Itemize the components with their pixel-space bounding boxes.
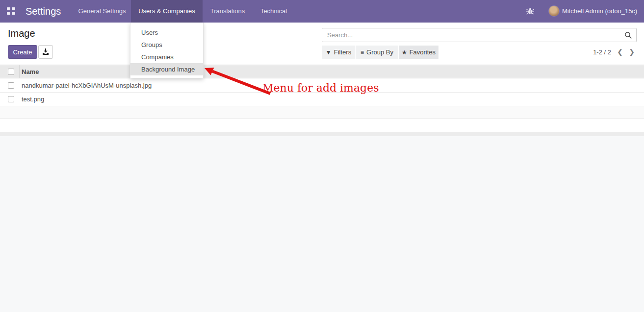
user-avatar[interactable]	[548, 5, 560, 17]
select-all-checkbox[interactable]	[8, 69, 14, 75]
search-icon[interactable]	[624, 31, 632, 39]
debug-bug-icon[interactable]	[526, 7, 535, 15]
users-companies-dropdown: Users Groups Companies Background Image	[130, 23, 204, 78]
apps-grid-square	[12, 12, 15, 15]
header-checkbox-cell	[0, 65, 20, 78]
menu-general-settings[interactable]: General Settings	[75, 0, 129, 23]
row-name-cell: test.png	[22, 93, 44, 106]
favorites-button[interactable]: ★Favorites	[399, 46, 438, 59]
dropdown-item-users[interactable]: Users	[130, 26, 203, 39]
empty-row	[0, 106, 644, 119]
group-by-button[interactable]: ≡Group By	[356, 46, 398, 59]
favorites-star-icon: ★	[402, 49, 407, 56]
group-by-bars-icon: ≡	[361, 49, 364, 56]
import-download-icon	[42, 48, 49, 55]
search-box	[322, 28, 637, 42]
row-checkbox[interactable]	[8, 82, 14, 89]
page: Settings General Settings Users & Compan…	[0, 0, 644, 312]
menu-users-companies[interactable]: Users & Companies	[131, 0, 203, 23]
group-by-label: Group By	[366, 48, 393, 56]
table-row[interactable]: test.png	[0, 93, 644, 106]
content-bottom-edge	[0, 132, 644, 136]
column-header-name[interactable]: Name	[22, 65, 39, 79]
annotation-text: Menu for add images	[262, 82, 379, 94]
pager-next-button[interactable]: ❯	[626, 46, 638, 59]
filters-button[interactable]: ▼Filters	[322, 46, 355, 59]
topbar: Settings General Settings Users & Compan…	[0, 0, 644, 23]
apps-grid-square	[7, 12, 10, 15]
row-checkbox[interactable]	[8, 96, 14, 102]
favorites-label: Favorites	[410, 48, 436, 56]
dropdown-item-groups[interactable]: Groups	[130, 39, 203, 51]
app-title: Settings	[26, 0, 61, 23]
dropdown-item-background-image[interactable]: Background Image	[130, 63, 203, 75]
row-name-cell: nandkumar-patel-hcXbGIAhUsM-unsplash.jpg	[22, 79, 152, 93]
menu-translations[interactable]: Translations	[204, 0, 251, 23]
page-title: Image	[8, 28, 35, 39]
filters-label: Filters	[334, 48, 351, 56]
search-input[interactable]	[327, 29, 621, 41]
pager-range: 1-2 / 2	[587, 46, 611, 59]
apps-grid-square	[12, 7, 15, 10]
create-button[interactable]: Create	[8, 45, 37, 59]
list-header-row: Name	[0, 65, 644, 78]
filter-funnel-icon: ▼	[326, 49, 332, 56]
dropdown-item-companies[interactable]: Companies	[130, 51, 203, 63]
pager-previous-button[interactable]: ❮	[614, 46, 626, 59]
menu-technical[interactable]: Technical	[255, 0, 293, 23]
apps-menu-icon[interactable]	[7, 7, 16, 15]
import-button[interactable]	[38, 45, 53, 59]
user-menu[interactable]: Mitchell Admin (odoo_15c)	[562, 0, 637, 23]
apps-grid-square	[7, 7, 10, 10]
